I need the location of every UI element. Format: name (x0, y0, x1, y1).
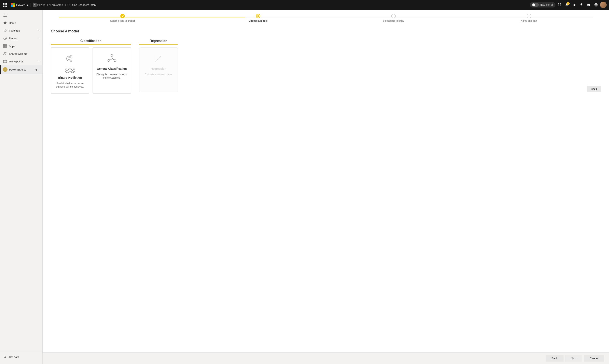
sidebar-item-home[interactable]: Home (0, 19, 42, 27)
content-area: Select a field to predict Choose a model… (43, 10, 609, 364)
svg-rect-1 (5, 3, 6, 4)
settings-icon (572, 3, 576, 6)
new-look-toggle[interactable]: New look off (530, 2, 555, 8)
sidebar-apps-label: Apps (9, 45, 15, 48)
regression-desc: Estimate a numeric value (145, 73, 172, 76)
sidebar-hamburger[interactable] (0, 11, 42, 19)
step2-dot (257, 15, 259, 17)
feedback-icon-btn[interactable] (593, 2, 599, 8)
general-classification-card[interactable]: General Classification Distinguish betwe… (93, 47, 131, 94)
back-area: Back (178, 39, 601, 92)
expand-icon (558, 3, 561, 6)
wizard-step-3: Select data to study (326, 14, 461, 22)
brand-section: Power BI (9, 3, 30, 7)
svg-point-34 (111, 54, 113, 57)
svg-text:AI: AI (4, 69, 6, 71)
binary-icon-composite (65, 67, 75, 74)
regression-cards: Regression Estimate a numeric value (139, 47, 178, 92)
ai-circle-icon: AI (33, 3, 37, 7)
svg-rect-19 (3, 46, 5, 48)
wizard-step-1: Select a field to predict (55, 14, 190, 22)
classification-section: Classification (51, 39, 131, 94)
svg-text:AI: AI (34, 4, 35, 6)
sidebar-workspace-item[interactable]: AI Power BI AI q... ◆ ⌄ (0, 65, 42, 74)
sidebar-item-favorites[interactable]: Favorites › (0, 27, 42, 34)
topbar-actions: New look off 1 (530, 2, 607, 8)
workspace-icon (3, 60, 7, 63)
wizard-steps-container: Select a field to predict Choose a model… (55, 14, 597, 22)
binary-prediction-desc: Predict whether or not an outcome will b… (54, 82, 86, 89)
breadcrumb-current: Online Shoppers Intent (69, 3, 97, 6)
workspace-settings-icon[interactable]: ◆ (35, 68, 38, 71)
step4-label: Name and train (521, 19, 537, 22)
sidebar-item-recent[interactable]: Recent › (0, 34, 42, 42)
waffle-menu[interactable] (2, 2, 8, 8)
breadcrumb-workspace-label: Power BI AI quickstart (37, 3, 63, 6)
step2-label: Choose a model (249, 19, 267, 22)
svg-rect-3 (3, 4, 4, 5)
binary-prediction-card[interactable]: Binary Prediction Predict whether or not… (51, 47, 89, 94)
svg-point-21 (4, 52, 5, 54)
recent-chevron-icon: › (39, 37, 39, 39)
svg-point-32 (65, 68, 70, 73)
sidebar-item-workspaces[interactable]: Workspaces › (0, 58, 42, 65)
svg-rect-7 (5, 6, 6, 7)
help-icon-btn[interactable] (585, 2, 592, 8)
sidebar-item-shared[interactable]: Shared with me (0, 50, 42, 58)
sidebar-favorites-label: Favorites (9, 29, 20, 32)
svg-rect-10 (13, 3, 15, 5)
main-layout: Home Favorites › Recent › Apps (0, 10, 609, 364)
model-categories: Classification (51, 39, 601, 94)
svg-point-15 (595, 3, 597, 6)
svg-rect-18 (5, 44, 7, 46)
apps-icon (3, 44, 7, 48)
breadcrumb: AI Power BI AI quickstart ◆ › Online Sho… (33, 3, 528, 7)
step2-circle (256, 14, 260, 18)
cancel-button[interactable]: Cancel (584, 355, 604, 362)
general-classification-desc: Distinguish between three or more outcom… (96, 73, 128, 80)
bottom-bar: Back Next Cancel (43, 352, 609, 364)
notification-icon-btn[interactable]: 1 (564, 2, 570, 8)
breadcrumb-diamond: ◆ (64, 3, 66, 6)
sidebar-item-get-data[interactable]: Get data (0, 353, 42, 361)
favorites-chevron-icon: › (39, 30, 39, 32)
clock-icon (3, 37, 7, 40)
sidebar-home-label: Home (9, 22, 16, 25)
binary-check-x-icon (65, 67, 75, 74)
svg-rect-17 (3, 44, 5, 46)
download-icon (580, 3, 583, 6)
sidebar-item-apps[interactable]: Apps (0, 42, 42, 50)
svg-line-39 (109, 59, 111, 60)
svg-rect-6 (3, 6, 4, 7)
get-data-label: Get data (9, 355, 19, 359)
microsoft-logo (11, 3, 15, 7)
svg-rect-5 (6, 4, 7, 5)
toggle-switch[interactable] (532, 3, 539, 7)
binary-icon (64, 52, 76, 65)
expand-icon-btn[interactable] (556, 2, 563, 8)
step1-check-icon (121, 15, 124, 17)
download-icon-btn[interactable] (578, 2, 585, 8)
binary-prediction-name: Binary Prediction (58, 76, 82, 79)
step1-circle (120, 14, 125, 18)
step4-circle (527, 14, 531, 18)
settings-icon-btn[interactable] (571, 2, 577, 8)
classification-cards: Binary Prediction Predict whether or not… (51, 47, 131, 94)
svg-point-37 (111, 58, 113, 59)
svg-point-22 (5, 52, 6, 53)
back-button[interactable]: Back (546, 355, 563, 362)
workspace-avatar: AI (3, 67, 8, 72)
workspace-chevron-icon[interactable]: ⌄ (38, 68, 40, 71)
svg-rect-11 (11, 5, 13, 7)
user-avatar[interactable] (600, 2, 607, 8)
general-classification-icon (107, 53, 117, 64)
avatar-image (600, 2, 607, 8)
feedback-icon (594, 3, 598, 6)
wizard-steps: Select a field to predict Choose a model… (43, 10, 609, 24)
general-classification-name: General Classification (97, 67, 127, 70)
next-button[interactable]: Next (565, 355, 582, 362)
workspace-name: Power BI AI q... (9, 68, 34, 71)
back-inline-button[interactable]: Back (587, 86, 601, 92)
wizard-step-2: Choose a model (190, 14, 326, 22)
svg-rect-0 (3, 3, 4, 4)
